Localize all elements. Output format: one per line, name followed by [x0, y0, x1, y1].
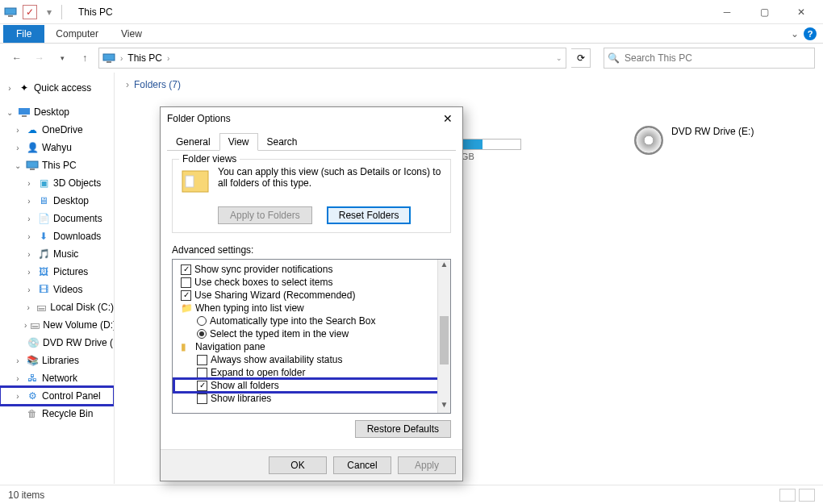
- view-tab[interactable]: View: [110, 25, 153, 43]
- dvd-icon: [634, 126, 663, 155]
- opt-select-typed[interactable]: Select the typed item in the view: [174, 327, 449, 340]
- tree-this-pc[interactable]: ⌄This PC: [0, 156, 114, 174]
- tab-general[interactable]: General: [167, 133, 219, 151]
- chevron-right-icon: ›: [126, 79, 129, 90]
- folders-group-header[interactable]: › Folders (7): [126, 79, 812, 90]
- picture-icon: 🖼: [37, 265, 50, 278]
- tree-recycle-bin[interactable]: 🗑Recycle Bin: [0, 405, 114, 423]
- ok-button[interactable]: OK: [269, 456, 327, 474]
- opt-use-checkboxes[interactable]: Use check boxes to select items: [174, 276, 449, 289]
- opt-auto-search[interactable]: Automatically type into the Search Box: [174, 314, 449, 327]
- restore-defaults-button[interactable]: Restore Defaults: [355, 420, 451, 438]
- opt-show-libraries[interactable]: Show libraries: [174, 392, 449, 405]
- breadcrumb-this-pc[interactable]: This PC: [127, 52, 162, 64]
- separator: [61, 5, 62, 19]
- video-icon: 🎞: [37, 283, 50, 296]
- tree-pictures[interactable]: ›🖼Pictures: [0, 263, 114, 281]
- search-input[interactable]: [625, 52, 811, 64]
- folder-views-label: Folder views: [179, 153, 240, 165]
- tree-videos[interactable]: ›🎞Videos: [0, 281, 114, 298]
- opt-navigation-pane[interactable]: ▮Navigation pane: [174, 340, 449, 353]
- reset-folders-button[interactable]: Reset Folders: [327, 206, 412, 224]
- tree-libraries[interactable]: ›📚Libraries: [0, 352, 114, 369]
- help-icon[interactable]: ?: [804, 27, 817, 40]
- tree-documents[interactable]: ›📄Documents: [0, 210, 114, 227]
- tree-quick-access[interactable]: ›✦Quick access: [0, 79, 114, 97]
- network-icon: 🖧: [26, 372, 39, 385]
- apply-button[interactable]: Apply: [398, 456, 456, 474]
- tree-local-disk-c[interactable]: ›🖴Local Disk (C:): [0, 298, 114, 316]
- navigation-bar: ← → ▾ ↑ › This PC › ⌄ ⟳ 🔍: [0, 44, 823, 73]
- apply-to-folders-button[interactable]: Apply to Folders: [218, 206, 312, 224]
- checkbox-icon[interactable]: [197, 355, 207, 365]
- opt-when-typing[interactable]: 📁When typing into list view: [174, 302, 449, 314]
- music-icon: 🎵: [37, 248, 50, 260]
- tab-search[interactable]: Search: [258, 133, 307, 151]
- opt-show-all-folders[interactable]: ✓Show all folders: [174, 379, 449, 392]
- tree-downloads[interactable]: ›⬇Downloads: [0, 227, 114, 245]
- radio-icon[interactable]: [197, 329, 207, 339]
- opt-always-show-availability[interactable]: Always show availability status: [174, 353, 449, 366]
- checkbox-icon[interactable]: [197, 368, 207, 378]
- control-panel-icon: ⚙: [26, 389, 39, 402]
- qat-dropdown-icon[interactable]: ▾: [42, 5, 56, 19]
- svg-rect-9: [186, 176, 194, 187]
- refresh-button[interactable]: ⟳: [571, 48, 591, 68]
- tree-network[interactable]: ›🖧Network: [0, 369, 114, 387]
- details-view-button[interactable]: [779, 489, 796, 502]
- back-button[interactable]: ←: [8, 49, 26, 67]
- tree-control-panel[interactable]: ›⚙Control Panel: [0, 387, 114, 405]
- close-button[interactable]: ✕: [783, 0, 820, 24]
- address-dropdown[interactable]: ⌄: [556, 54, 562, 62]
- radio-icon[interactable]: [197, 316, 207, 326]
- title-bar: ✓ ▾ This PC ─ ▢ ✕: [0, 0, 823, 24]
- minimize-button[interactable]: ─: [708, 0, 746, 24]
- tree-desktop-folder[interactable]: ›🖥Desktop: [0, 192, 114, 210]
- opt-sharing-wizard[interactable]: ✓Use Sharing Wizard (Recommended): [174, 289, 449, 302]
- scroll-thumb[interactable]: [440, 316, 449, 364]
- checkbox-icon[interactable]: [181, 277, 191, 288]
- tree-user[interactable]: ›👤Wahyu: [0, 139, 114, 156]
- tree-3d-objects[interactable]: ›▣3D Objects: [0, 174, 114, 192]
- checkbox-icon[interactable]: ✓: [197, 381, 207, 391]
- icons-view-button[interactable]: [799, 489, 815, 502]
- tree-volume-d[interactable]: ›🖴New Volume (D:): [0, 316, 114, 334]
- up-button[interactable]: ↑: [76, 49, 94, 67]
- tree-onedrive[interactable]: ›☁OneDrive: [0, 121, 114, 139]
- folder-icon: 📁: [181, 302, 192, 314]
- drive-e[interactable]: DVD RW Drive (E:): [634, 126, 812, 161]
- cancel-button[interactable]: Cancel: [333, 456, 391, 474]
- dialog-tabs: General View Search: [161, 130, 462, 151]
- navigation-pane[interactable]: ›✦Quick access ⌄Desktop ›☁OneDrive ›👤Wah…: [0, 73, 115, 484]
- forward-button[interactable]: →: [31, 49, 48, 67]
- scroll-down-icon[interactable]: ▼: [438, 400, 450, 413]
- computer-tab[interactable]: Computer: [44, 25, 110, 43]
- checkbox-icon[interactable]: [197, 394, 207, 404]
- advanced-settings-list[interactable]: ✓Show sync provider notifications Use ch…: [172, 259, 451, 414]
- tree-desktop[interactable]: ⌄Desktop: [0, 103, 114, 121]
- svg-rect-5: [22, 115, 27, 117]
- dialog-title-bar[interactable]: Folder Options ✕: [161, 107, 462, 130]
- scroll-up-icon[interactable]: ▲: [438, 260, 450, 273]
- tab-view[interactable]: View: [219, 133, 258, 151]
- chevron-right-icon[interactable]: ›: [167, 54, 169, 63]
- svg-rect-0: [5, 8, 16, 15]
- maximize-button[interactable]: ▢: [746, 0, 783, 24]
- folder-options-dialog: Folder Options ✕ General View Search Fol…: [160, 106, 463, 481]
- chevron-right-icon[interactable]: ›: [120, 54, 123, 63]
- svg-rect-3: [107, 61, 111, 63]
- checkbox-icon[interactable]: ✓: [181, 264, 191, 275]
- properties-icon[interactable]: ✓: [23, 5, 37, 19]
- tree-dvd-drive[interactable]: 💿DVD RW Drive (E:): [0, 334, 114, 352]
- checkbox-icon[interactable]: ✓: [181, 290, 191, 301]
- ribbon-expand-icon[interactable]: ⌄: [791, 28, 799, 40]
- dialog-close-button[interactable]: ✕: [440, 112, 456, 125]
- recent-dropdown[interactable]: ▾: [53, 49, 71, 67]
- file-tab[interactable]: File: [3, 25, 44, 43]
- tree-music[interactable]: ›🎵Music: [0, 245, 114, 263]
- opt-expand-to-open[interactable]: Expand to open folder: [174, 366, 449, 379]
- address-bar[interactable]: › This PC › ⌄: [98, 48, 566, 69]
- search-box[interactable]: 🔍: [604, 48, 815, 69]
- opt-sync-notifications[interactable]: ✓Show sync provider notifications: [174, 263, 449, 276]
- scrollbar[interactable]: ▲ ▼: [437, 260, 450, 413]
